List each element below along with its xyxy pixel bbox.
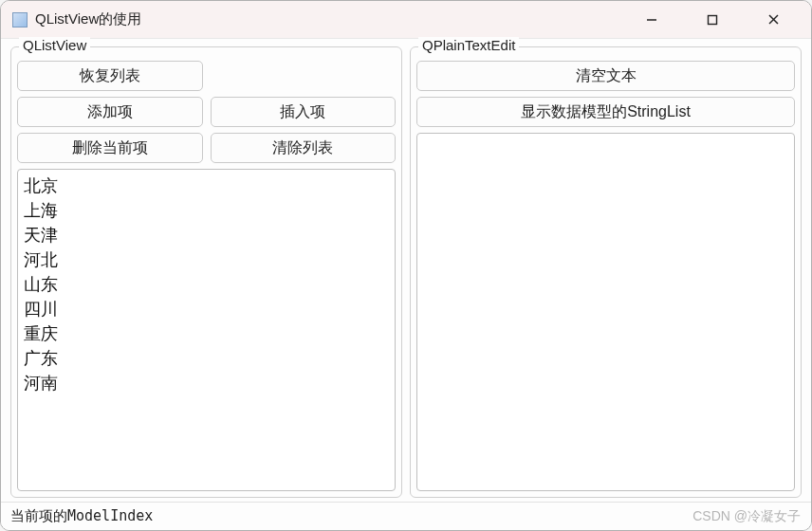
clear-text-button[interactable]: 清空文本	[416, 61, 795, 91]
add-item-button[interactable]: 添加项	[17, 97, 203, 127]
list-item[interactable]: 河南	[24, 371, 389, 395]
list-item[interactable]: 重庆	[24, 321, 389, 346]
row-show-stringlist: 显示数据模型的StringList	[416, 97, 795, 127]
titlebar: QListView的使用	[1, 1, 811, 39]
insert-item-button[interactable]: 插入项	[211, 97, 397, 127]
statusbar-text: 当前项的ModelIndex	[10, 507, 153, 525]
app-icon	[12, 12, 28, 27]
statusbar: 当前项的ModelIndex	[1, 502, 811, 530]
list-item[interactable]: 河北	[24, 247, 389, 272]
list-item[interactable]: 北京	[24, 174, 389, 198]
window-controls	[635, 7, 800, 33]
client-area: QListView 恢复列表 添加项 插入项 删除当前项 清除列表 北京上海天津…	[1, 39, 811, 530]
listview-groupbox: QListView 恢复列表 添加项 插入项 删除当前项 清除列表 北京上海天津…	[10, 46, 402, 498]
delete-current-button[interactable]: 删除当前项	[17, 133, 203, 163]
restore-list-button[interactable]: 恢复列表	[17, 61, 203, 91]
show-stringlist-button[interactable]: 显示数据模型的StringList	[416, 97, 795, 127]
row-delete-clear: 删除当前项 清除列表	[17, 133, 396, 163]
plaintextedit-groupbox: QPlainTextEdit 清空文本 显示数据模型的StringList	[410, 46, 802, 498]
listview-group-title: QListView	[19, 37, 90, 53]
window-title: QListView的使用	[35, 10, 635, 28]
listview[interactable]: 北京上海天津河北山东四川重庆广东河南	[17, 169, 396, 491]
list-item[interactable]: 广东	[24, 346, 389, 371]
app-window: QListView的使用 QListView 恢复列表 添加项 插入项	[0, 0, 812, 531]
maximize-button[interactable]	[695, 7, 729, 33]
row-restore: 恢复列表	[17, 61, 396, 91]
list-item[interactable]: 天津	[24, 223, 389, 247]
list-item[interactable]: 上海	[24, 198, 389, 223]
svg-rect-1	[709, 15, 717, 24]
minimize-button[interactable]	[635, 7, 669, 33]
plaintextedit-group-title: QPlainTextEdit	[418, 37, 519, 53]
plaintextedit[interactable]	[416, 133, 795, 491]
list-item[interactable]: 四川	[24, 297, 389, 321]
list-item[interactable]: 山东	[24, 272, 389, 297]
row-add-insert: 添加项 插入项	[17, 97, 396, 127]
main-area: QListView 恢复列表 添加项 插入项 删除当前项 清除列表 北京上海天津…	[1, 39, 811, 502]
close-button[interactable]	[756, 7, 790, 33]
clear-list-button[interactable]: 清除列表	[211, 133, 397, 163]
row-cleartext: 清空文本	[416, 61, 795, 91]
